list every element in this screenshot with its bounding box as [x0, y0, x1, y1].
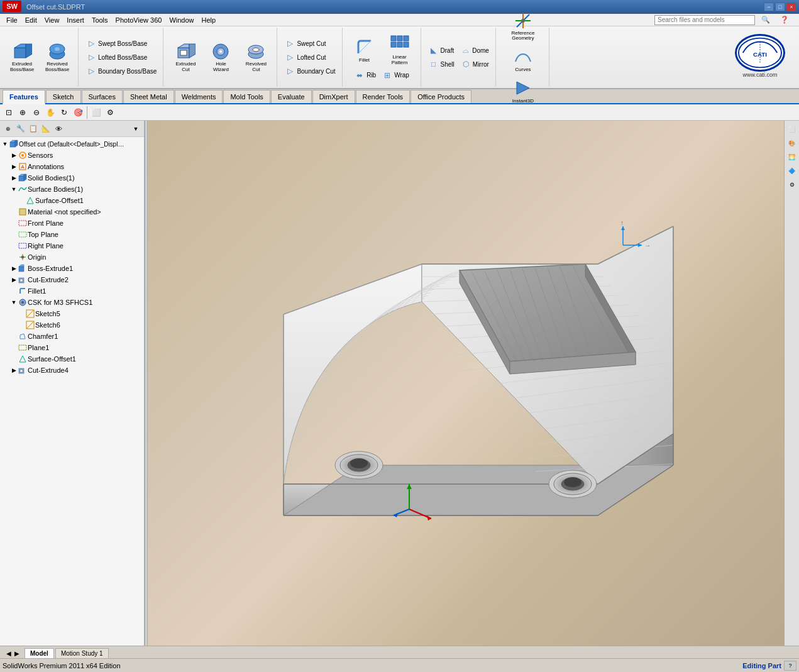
dome-button[interactable]: ⌓ Dome — [458, 44, 492, 57]
decals-btn[interactable]: 🔷 — [786, 165, 798, 177]
csk-m3-expand[interactable]: ▼ — [10, 299, 18, 306]
view-orient-button[interactable]: 🎯 — [72, 106, 84, 119]
lofted-boss-base-button[interactable]: ▷ Lofted Boss/Base — [84, 51, 150, 63]
extruded-cut-button[interactable]: ExtrudedCut — [168, 40, 202, 75]
tree-item-material[interactable]: ▶ Material <not specified> — [0, 206, 144, 218]
tab-nav-left[interactable]: ◀ — [5, 649, 13, 658]
lofted-cut-button[interactable]: ▷ Lofted Cut — [282, 51, 328, 63]
curves-button[interactable]: Curves — [506, 45, 540, 75]
tab-features[interactable]: Features — [3, 90, 45, 104]
rib-button[interactable]: ⬌ Rib — [352, 69, 378, 82]
menu-edit[interactable]: Edit — [21, 15, 41, 25]
menu-window[interactable]: Window — [165, 15, 197, 25]
tree-item-boss-extrude1[interactable]: ▶ Boss-Extrude1 — [0, 263, 144, 274]
menu-view[interactable]: View — [41, 15, 63, 25]
search-input[interactable] — [654, 15, 755, 25]
help-status-btn[interactable]: ? — [784, 661, 796, 671]
shell-button[interactable]: □ Shell — [426, 58, 457, 70]
boundary-boss-base-button[interactable]: ▷ Boundary Boss/Base — [84, 65, 159, 77]
hole-wizard-button[interactable]: HoleWizard — [204, 40, 238, 75]
tab-mold-tools[interactable]: Mold Tools — [223, 90, 270, 103]
menu-help[interactable]: Help — [198, 15, 220, 25]
tree-item-surface-offset1[interactable]: ▶ Surface-Offset1 — [0, 195, 144, 206]
root-expand-icon[interactable]: ▼ — [1, 140, 9, 148]
tab-evaluate[interactable]: Evaluate — [271, 90, 312, 103]
fillet-button[interactable]: Fillet — [348, 33, 382, 68]
tree-item-right-plane[interactable]: ▶ Right Plane — [0, 240, 144, 251]
display-style-button[interactable]: ⬜ — [90, 106, 102, 119]
view-palette-btn[interactable]: ⬜ — [786, 123, 798, 136]
cut-extrude4-expand[interactable]: ▶ — [10, 366, 18, 374]
menu-insert[interactable]: Insert — [63, 15, 88, 25]
tab-surfaces[interactable]: Surfaces — [82, 90, 123, 103]
surface-bodies-expand[interactable]: ▼ — [10, 185, 18, 193]
bottom-tab-model[interactable]: Model — [25, 648, 54, 658]
tab-weldments[interactable]: Weldments — [175, 90, 223, 103]
tree-item-sketch6[interactable]: ▶ Sketch6 — [0, 319, 144, 331]
revolved-boss-base-button[interactable]: RevolvedBoss/Base — [40, 40, 74, 75]
tree-item-sketch5[interactable]: ▶ Sketch5 — [0, 308, 144, 319]
search-button[interactable]: 🔍 — [758, 14, 774, 25]
display-manager-btn[interactable]: 👁 — [53, 123, 64, 135]
property-manager-btn[interactable]: 🔧 — [15, 123, 26, 135]
linear-pattern-button[interactable]: LinearPattern — [383, 33, 417, 68]
tree-item-sensors[interactable]: ▶ Sensors — [0, 150, 144, 161]
mirror-button[interactable]: ⬡ Mirror — [458, 58, 492, 70]
restore-button[interactable]: □ — [775, 3, 785, 11]
menu-tools[interactable]: Tools — [88, 15, 112, 25]
tree-item-annotations[interactable]: ▶ A Annotations — [0, 161, 144, 172]
solid-bodies-expand[interactable]: ▶ — [10, 174, 18, 182]
config-manager-btn[interactable]: 📋 — [28, 123, 39, 135]
instant3d-button[interactable]: Instant3D — [506, 76, 540, 106]
extruded-boss-base-button[interactable]: ExtrudedBoss/Base — [5, 40, 39, 75]
menu-file[interactable]: File — [3, 15, 21, 25]
tree-item-cut-extrude2[interactable]: ▶ Cut-Extrude2 — [0, 274, 144, 285]
custom-btn[interactable]: ⚙ — [786, 179, 798, 191]
feature-manager-btn[interactable]: ⊕ — [3, 123, 14, 135]
tree-item-top-plane[interactable]: ▶ Top Plane — [0, 229, 144, 240]
tab-sketch[interactable]: Sketch — [46, 90, 81, 103]
viewport[interactable]: → ↑ — [148, 121, 784, 646]
tree-item-chamfer1[interactable]: ▶ Chamfer1 — [0, 331, 144, 342]
tree-item-front-plane[interactable]: ▶ Front Plane — [0, 218, 144, 229]
revolved-cut-button[interactable]: RevolvedCut — [239, 40, 273, 75]
menu-photoview[interactable]: PhotoView 360 — [112, 15, 166, 25]
reference-geometry-button[interactable]: ReferenceGeometry — [501, 9, 545, 44]
tree-filter-btn[interactable]: ▼ — [130, 123, 141, 135]
zoom-to-fit-button[interactable]: ⊡ — [3, 106, 15, 119]
tree-item-cut-extrude4[interactable]: ▶ Cut-Extrude4 — [0, 365, 144, 376]
tree-item-solid-bodies[interactable]: ▶ Solid Bodies(1) — [0, 172, 144, 184]
close-button[interactable]: × — [786, 3, 796, 11]
scene-btn[interactable]: 🌅 — [786, 151, 798, 163]
zoom-out-button[interactable]: ⊖ — [30, 106, 43, 119]
tree-item-csk-m3[interactable]: ▼ CSK for M3 SFHCS1 — [0, 297, 144, 308]
tree-item-surface-offset1b[interactable]: ▶ Surface-Offset1 — [0, 353, 144, 365]
pan-button[interactable]: ✋ — [44, 106, 57, 119]
tab-render-tools[interactable]: Render Tools — [356, 90, 411, 103]
tree-item-surface-bodies[interactable]: ▼ Surface Bodies(1) — [0, 184, 144, 195]
annotations-expand[interactable]: ▶ — [10, 163, 18, 170]
bottom-tab-motion-study[interactable]: Motion Study 1 — [55, 648, 109, 658]
wrap-button[interactable]: ⊞ Wrap — [380, 69, 412, 82]
cut-extrude2-expand[interactable]: ▶ — [10, 276, 18, 284]
view-settings-button[interactable]: ⚙ — [104, 106, 116, 119]
tab-sheet-metal[interactable]: Sheet Metal — [123, 90, 174, 103]
tree-item-fillet1[interactable]: ▶ Fillet1 — [0, 285, 144, 297]
tree-item-plane1[interactable]: ▶ Plane1 — [0, 342, 144, 353]
dimxpert-manager-btn[interactable]: 📐 — [40, 123, 52, 135]
help-button[interactable]: ❓ — [776, 14, 793, 25]
appearance-btn[interactable]: 🎨 — [786, 137, 798, 150]
rotate-button[interactable]: ↻ — [58, 106, 70, 119]
tab-dimxpert[interactable]: DimXpert — [312, 90, 355, 103]
swept-boss-base-button[interactable]: ▷ Swept Boss/Base — [84, 37, 150, 50]
tab-nav-right[interactable]: ▶ — [13, 649, 21, 658]
tab-office-products[interactable]: Office Products — [411, 90, 471, 103]
zoom-in-button[interactable]: ⊕ — [16, 106, 29, 119]
tree-root[interactable]: ▼ Offset cut (Default<<Default>_Display … — [0, 138, 144, 150]
minimize-button[interactable]: − — [764, 3, 774, 11]
boss-extrude1-expand[interactable]: ▶ — [10, 265, 18, 272]
tree-item-origin[interactable]: ▶ Origin — [0, 251, 144, 263]
boundary-cut-button[interactable]: ▷ Boundary Cut — [282, 65, 338, 77]
draft-button[interactable]: ◣ Draft — [426, 44, 457, 57]
sensors-expand[interactable]: ▶ — [10, 151, 18, 159]
